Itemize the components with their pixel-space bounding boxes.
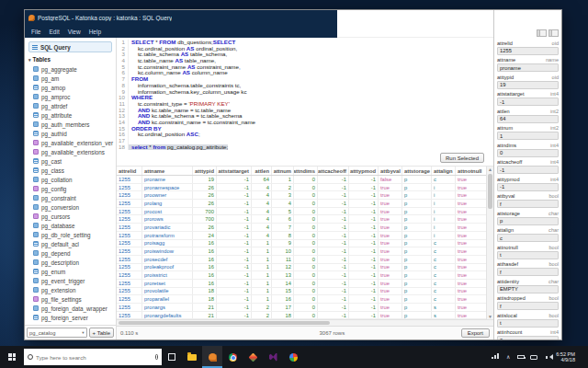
column-header-atttypid[interactable]: atttypid [193,167,217,175]
tray-volume-icon[interactable] [543,356,550,359]
sidebar-item-sql-query[interactable]: SQL Query [28,41,112,52]
scroll-up-arrow-icon[interactable]: ▲ [488,167,492,172]
sidebar-item-pg_am[interactable]: pg_am [33,74,116,83]
field-value-input[interactable]: -1 [497,166,559,174]
taskbar-app-store[interactable] [283,346,303,368]
column-header-attnum[interactable]: attnum [272,167,294,175]
sidebar-item-pg_foreign_server[interactable]: pg_foreign_server [33,313,116,322]
field-value-input[interactable]: -1 [497,183,559,191]
column-header-attcacheoff[interactable]: attcacheoff [318,167,349,175]
tray-battery-icon[interactable] [517,355,525,359]
taskbar-app-task-view[interactable] [162,346,182,368]
sidebar-item-pg_constraint[interactable]: pg_constraint [33,193,116,202]
field-value-input[interactable]: f [497,200,559,208]
sidebar-item-pg_db_role_setting[interactable]: pg_db_role_setting [33,230,116,239]
sidebar-item-pg_description[interactable]: pg_description [33,258,116,267]
grid-horizontal-scrollbar[interactable] [117,319,493,326]
table-row[interactable]: 1255pronargs21-12170-1-1truepstrue [117,304,486,312]
column-header-attstorage[interactable]: attstorage [402,167,432,175]
field-value-input[interactable]: 1255 [497,47,559,55]
taskbar-app-postbird[interactable] [202,346,222,368]
column-header-atttypmod[interactable]: atttypmod [349,167,379,175]
table-row[interactable]: 1255proretset16-11140-1-1truepctrue [117,280,486,288]
sidebar-item-pg_conversion[interactable]: pg_conversion [33,202,116,212]
sidebar-item-pg_file_settings[interactable]: pg_file_settings [33,294,116,304]
table-row[interactable]: 1255prosecdef16-11110-1-1truepctrue [117,256,486,264]
taskbar-app-file-explorer[interactable] [182,346,202,368]
panel-layout-left-button[interactable] [537,29,547,37]
sidebar-item-pg_available_extensions[interactable]: pg_available_extensions [33,147,116,156]
column-header-attnotnull[interactable]: attnotnull [456,167,486,175]
editor-line[interactable]: 9 information_schema.key_column_usage kc [117,89,493,96]
sidebar-item-pg_amproc[interactable]: pg_amproc [33,92,116,101]
taskbar-clock[interactable]: 6:52 PM 4/9/18 [556,351,575,363]
sidebar-item-pg_auth_members[interactable]: pg_auth_members [33,120,116,129]
menu-edit[interactable]: Edit [49,29,59,35]
grid-vertical-scrollbar[interactable]: ▲ ▼ [486,167,493,319]
column-header-attname[interactable]: attname [142,167,193,175]
table-row[interactable]: 1255proowner26-1430-1-1truepitrue [117,191,486,200]
sidebar-item-pg_foreign_data_wrapper[interactable]: pg_foreign_data_wrapper [33,304,116,313]
field-value-input[interactable]: t [497,251,559,259]
field-value-input[interactable]: c [497,234,559,242]
column-header-attbyval[interactable]: attbyval [379,167,402,175]
table-row[interactable]: 1255pronamespace26-1420-1-1truepitrue [117,184,486,192]
table-row[interactable]: 1255prorows700-1460-1-1truepitrue [117,215,486,224]
panel-layout-right-button[interactable] [548,29,559,37]
editor-line[interactable]: 6 kc.column_name AS column_name [117,70,493,76]
sidebar-item-pg_collation[interactable]: pg_collation [33,175,116,184]
table-row[interactable]: 1255proparallel18-11160-1-1truepctrue [117,295,486,304]
field-value-input[interactable]: f [497,302,559,310]
start-button[interactable] [0,346,24,368]
sidebar-item-pg_class[interactable]: pg_class [33,166,116,175]
editor-line[interactable]: 16 kc.ordinal_position ASC; [117,132,493,138]
column-header-attalign[interactable]: attalign [432,167,456,175]
sidebar-item-pg_enum[interactable]: pg_enum [33,267,116,276]
table-row[interactable]: 1255proisstrict16-11130-1-1truepctrue [117,271,486,280]
taskbar-app-chrome[interactable] [222,346,243,368]
column-header-attlen[interactable]: attlen [252,167,272,175]
search-input[interactable] [36,354,153,361]
sidebar-item-pg_available_extension_ver[interactable]: pg_available_extension_ver [33,138,116,147]
sidebar-item-pg_default_acl[interactable]: pg_default_acl [33,239,116,248]
scrollbar-thumb[interactable] [488,174,492,209]
title-bar[interactable]: PostgreSQL - Katonka copy : katonka : SQ… [25,10,337,25]
table-row[interactable]: 1255proiswindow16-11100-1-1truepctrue [117,247,486,256]
schema-select[interactable]: pg_catalog ▾ [27,328,87,338]
table-row[interactable]: 1255pronargdefaults21-12180-1-1truepstru… [117,312,486,319]
sidebar-item-pg_attribute[interactable]: pg_attribute [33,110,116,120]
taskbar-app-visual-studio[interactable] [263,346,283,368]
sidebar-item-pg_authid[interactable]: pg_authid [33,129,116,138]
column-header-attstattarget[interactable]: attstattarget [217,167,252,175]
field-value-input[interactable]: -1 [497,98,559,106]
export-button[interactable]: Export [461,328,490,338]
menu-help[interactable]: Help [89,29,101,35]
scrollbar-thumb[interactable] [119,321,330,325]
editor-line[interactable]: 14 AND kc.constraint_name = tc.constrain… [117,120,493,126]
field-value-input[interactable]: EMPTY [497,285,559,293]
menu-file[interactable]: File [31,29,40,35]
field-value-input[interactable]: 1 [497,132,559,140]
menu-view[interactable]: View [68,29,81,35]
field-value-input[interactable]: f [497,268,559,276]
sidebar-item-pg_cursors[interactable]: pg_cursors [33,212,116,221]
table-row[interactable]: 1255protransform24-1480-1-1truepitrue [117,232,486,240]
taskbar-app-diamond[interactable] [243,346,263,368]
sidebar-item-pg_aggregate[interactable]: pg_aggregate [33,64,116,74]
column-header-attndims[interactable]: attndims [294,167,318,175]
tables-tree-header[interactable]: ▾ Tables [25,54,116,64]
field-value-input[interactable]: p [497,217,559,225]
table-row[interactable]: 1255procost700-1450-1-1truepitrue [117,208,486,216]
sidebar-item-pg_extension[interactable]: pg_extension [33,285,116,294]
sidebar-item-pg_event_trigger[interactable]: pg_event_trigger [33,276,116,285]
run-selected-button[interactable]: Run Selected [440,153,484,163]
field-value-input[interactable]: t [497,319,559,328]
table-row[interactable]: 1255proname19-16410-1-1falsepctrue [117,176,486,184]
add-table-button[interactable]: + Table [89,328,114,338]
table-row[interactable]: 1255provolatile18-11150-1-1truepctrue [117,288,486,296]
sidebar-item-pg_depend[interactable]: pg_depend [33,248,116,258]
tray-caret-icon[interactable]: ∧ [504,354,512,360]
taskbar-search[interactable] [24,349,162,365]
field-value-input[interactable]: 64 [497,115,559,123]
field-value-input[interactable]: 19 [497,81,559,89]
